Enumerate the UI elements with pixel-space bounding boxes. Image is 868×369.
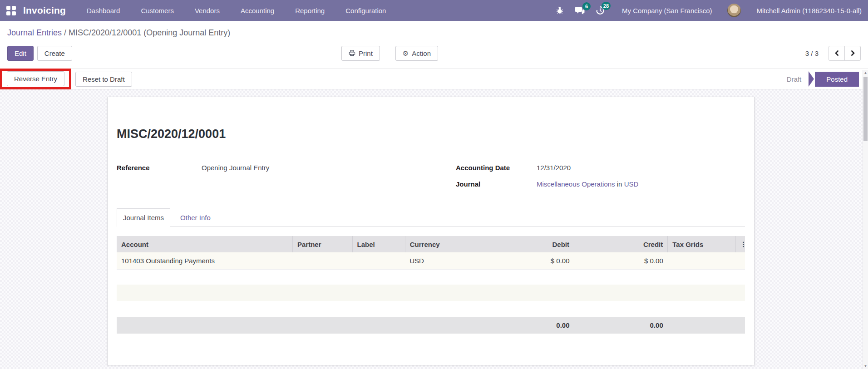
journal-field-row: Journal Miscellaneous Operations in USD [456,177,737,192]
journal-currency-link[interactable]: USD [624,180,639,188]
table-header-row: Account Partner Label Currency Debit Cre… [117,236,745,252]
empty-row [117,301,745,317]
edit-button[interactable]: Edit [7,46,34,61]
column-label[interactable]: Label [352,236,405,252]
status-widget: Draft Posted [787,71,859,87]
cell-debit[interactable]: $ 0.00 [471,252,574,269]
column-tax-grids[interactable]: Tax Grids [668,236,735,252]
journal-in-text: in [617,180,622,188]
breadcrumb-current: MISC/2020/12/0001 (Opening Journal Entry… [69,28,230,37]
total-credit: 0.00 [574,317,668,334]
activities-badge: 28 [602,2,611,10]
journal-value: Miscellaneous Operations in USD [530,177,737,192]
total-debit: 0.00 [471,317,574,334]
cell-tax-grids[interactable] [668,252,735,269]
statusbar: Reverse Entry Reset to Draft Draft Poste… [0,69,868,89]
highlight-box: Reverse Entry [0,69,71,89]
cell-credit[interactable]: $ 0.00 [574,252,668,269]
printer-icon [349,50,355,56]
menu-configuration[interactable]: Configuration [345,7,386,15]
field-group-right: Accounting Date 12/31/2020 Journal Misce… [456,161,737,192]
status-stage-posted[interactable]: Posted [809,71,859,87]
reference-field-row: Reference Opening Journal Entry [117,161,407,187]
totals-row: 0.00 0.00 [117,317,745,334]
chevron-left-icon [834,50,839,56]
action-menus: Print ⚙ Action [341,46,438,61]
column-account[interactable]: Account [117,236,293,252]
top-navbar: Invoicing Dashboard Customers Vendors Ac… [0,0,868,21]
journal-label: Journal [456,177,530,188]
activities-systray[interactable]: 28 [596,6,605,15]
cell-account[interactable]: 101403 Outstanding Payments [117,252,293,269]
tab-other-info[interactable]: Other Info [174,209,217,226]
user-avatar[interactable] [727,4,741,17]
chevron-right-icon [850,50,855,56]
app-name[interactable]: Invoicing [23,5,66,16]
form-sheet: MISC/2020/12/0001 Reference Opening Jour… [107,97,755,365]
scrollbar-thumb[interactable] [863,77,868,141]
optional-columns-icon[interactable]: ⋮ [735,236,745,252]
pager-next-button[interactable] [844,46,861,61]
main-menu: Dashboard Customers Vendors Accounting R… [87,7,386,15]
status-posted-label: Posted [815,72,859,87]
form-view-content: MISC/2020/12/0001 Reference Opening Jour… [0,89,868,369]
column-currency[interactable]: Currency [405,236,471,252]
invoicing-app-window: Invoicing Dashboard Customers Vendors Ac… [0,0,868,369]
empty-row [117,269,745,285]
print-label: Print [359,49,373,58]
action-label: Action [412,49,431,58]
tab-journal-items[interactable]: Journal Items [117,208,170,227]
user-menu[interactable]: Mitchell Admin (11862340-15-0-all) [756,7,862,15]
scroll-up-icon[interactable]: ▲ [863,70,868,76]
company-switcher[interactable]: My Company (San Francisco) [622,7,712,15]
pager-value[interactable]: 3 / 3 [805,49,819,57]
stripe-row [117,285,745,301]
messages-systray[interactable]: 6 [575,6,585,15]
notebook-tabs: Journal Items Other Info [117,208,745,227]
bug-icon [556,6,564,15]
debug-bug-icon[interactable] [556,6,564,15]
systray: 6 28 My Company (San Francisco) Mitchell… [556,4,862,17]
journal-link[interactable]: Miscellaneous Operations [537,180,615,188]
form-fields: Reference Opening Journal Entry Accounti… [117,161,745,192]
menu-accounting[interactable]: Accounting [241,7,274,15]
control-panel-buttons: Edit Create Print ⚙ Action 3 / 3 [0,42,868,64]
accounting-date-field-row: Accounting Date 12/31/2020 [456,161,737,176]
reverse-entry-button[interactable]: Reverse Entry [7,71,64,86]
status-stage-draft[interactable]: Draft [787,75,802,83]
arrow-right-icon [809,71,814,87]
pager: 3 / 3 [805,46,861,61]
action-button[interactable]: ⚙ Action [395,46,438,61]
field-group-left: Reference Opening Journal Entry [117,161,407,192]
print-button[interactable]: Print [341,46,380,61]
reference-label: Reference [117,161,195,172]
column-credit[interactable]: Credit [574,236,668,252]
gear-icon: ⚙ [403,50,409,57]
cell-partner[interactable] [293,252,352,269]
messages-badge: 6 [582,2,591,10]
accounting-date-label: Accounting Date [456,161,530,172]
reset-to-draft-button[interactable]: Reset to Draft [75,72,132,87]
menu-reporting[interactable]: Reporting [295,7,325,15]
column-partner[interactable]: Partner [293,236,352,252]
cell-currency[interactable]: USD [405,252,471,269]
reference-value: Opening Journal Entry [195,161,407,187]
vertical-scrollbar[interactable]: ▲ ▼ [863,70,868,369]
menu-vendors[interactable]: Vendors [195,7,220,15]
menu-customers[interactable]: Customers [141,7,174,15]
column-debit[interactable]: Debit [471,236,574,252]
menu-dashboard[interactable]: Dashboard [87,7,120,15]
breadcrumb: Journal Entries / MISC/2020/12/0001 (Ope… [0,21,868,42]
table-row[interactable]: 101403 Outstanding Payments USD $ 0.00 $… [117,252,745,269]
journal-entry-title: MISC/2020/12/0001 [117,126,745,142]
create-button[interactable]: Create [37,46,72,61]
scroll-down-icon[interactable]: ▼ [863,363,868,369]
apps-menu-icon[interactable] [6,6,16,15]
accounting-date-value: 12/31/2020 [530,161,737,176]
cell-label[interactable] [352,252,405,269]
breadcrumb-separator: / [62,28,69,37]
pager-previous-button[interactable] [829,46,845,61]
breadcrumb-journal-entries[interactable]: Journal Entries [7,28,62,37]
journal-items-table: Account Partner Label Currency Debit Cre… [117,236,745,334]
